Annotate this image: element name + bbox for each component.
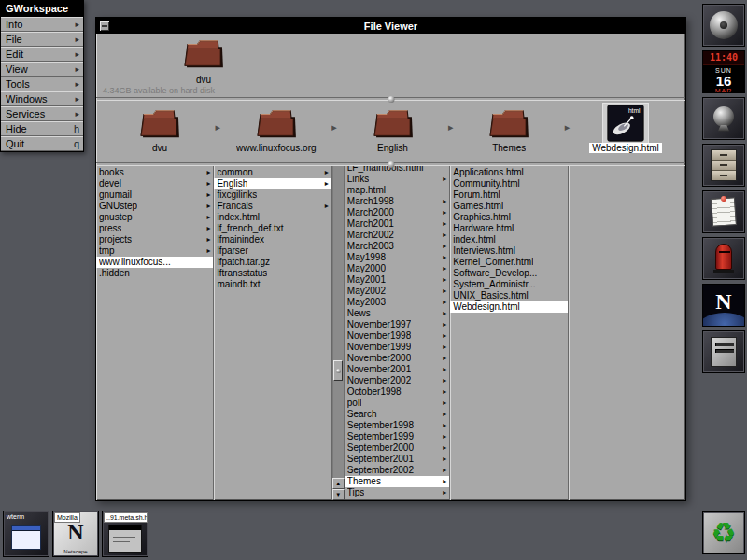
list-item[interactable]: lftransstatus bbox=[214, 268, 331, 279]
list-item[interactable]: March1998▸ bbox=[345, 196, 449, 207]
dock-tile-notepad[interactable] bbox=[702, 190, 745, 233]
list-item[interactable]: projects▸ bbox=[96, 234, 213, 245]
list-item[interactable]: maindb.txt bbox=[214, 279, 331, 290]
divider-dimple-icon[interactable] bbox=[388, 161, 394, 168]
dock-tile-mail-postbox[interactable] bbox=[702, 237, 745, 280]
list-item[interactable]: Search▸ bbox=[345, 409, 449, 420]
list-item[interactable]: March2001▸ bbox=[345, 218, 449, 230]
scrollbar-knob[interactable] bbox=[333, 360, 343, 381]
list-item[interactable]: September2002▸ bbox=[345, 465, 449, 476]
column-scrollbar[interactable]: ▲▼ bbox=[332, 166, 345, 500]
scroll-down-button[interactable]: ▼ bbox=[332, 489, 345, 500]
menu-item-view[interactable]: View▸ bbox=[1, 62, 83, 77]
dock-tile-file-cabinet[interactable] bbox=[702, 144, 745, 187]
dock-tile-clock[interactable]: 11:40SUN16MAR bbox=[702, 50, 745, 93]
list-item[interactable]: March2002▸ bbox=[345, 230, 449, 241]
list-item[interactable]: October1998▸ bbox=[345, 386, 449, 398]
list-item[interactable]: books▸ bbox=[96, 167, 213, 178]
dock-tile-satellite-dish[interactable] bbox=[702, 97, 745, 140]
list-item[interactable]: Links▸ bbox=[345, 174, 449, 185]
list-item[interactable]: GNUstep▸ bbox=[96, 201, 213, 212]
list-item[interactable]: LF_maintools.html bbox=[345, 166, 449, 174]
list-item[interactable]: www.linuxfocus... bbox=[96, 257, 213, 268]
list-item[interactable]: index.html bbox=[450, 234, 567, 245]
root-folder[interactable]: dvu bbox=[178, 35, 229, 85]
menu-title[interactable]: GWorkspace bbox=[1, 1, 83, 17]
miniwindow-mozilla[interactable]: MozillaNNetscape bbox=[52, 511, 99, 557]
list-item[interactable]: lfpatch.tar.gz bbox=[214, 257, 331, 268]
shelf-item-themes[interactable]: Themes bbox=[462, 104, 556, 153]
list-item[interactable]: press▸ bbox=[96, 223, 213, 234]
menu-item-quit[interactable]: Quitq bbox=[1, 136, 83, 151]
list-item[interactable]: .hidden bbox=[96, 268, 213, 279]
list-item[interactable]: November1998▸ bbox=[345, 330, 449, 342]
list-item[interactable]: Themes▸ bbox=[345, 476, 449, 487]
miniaturize-button[interactable] bbox=[99, 21, 110, 32]
list-item[interactable]: September1998▸ bbox=[345, 420, 449, 431]
list-item[interactable]: November2002▸ bbox=[345, 375, 449, 386]
list-item[interactable]: devel▸ bbox=[96, 178, 213, 189]
list-item[interactable]: index.html bbox=[214, 212, 331, 223]
list-item[interactable]: March2003▸ bbox=[345, 241, 449, 252]
list-item[interactable]: May2001▸ bbox=[345, 274, 449, 286]
list-item[interactable]: System_Administr... bbox=[450, 279, 567, 290]
list-item[interactable]: lfmainindex bbox=[214, 234, 331, 245]
list-item[interactable]: Forum.html bbox=[450, 189, 567, 201]
list-item[interactable]: Interviews.html bbox=[450, 245, 567, 257]
list-item[interactable]: March2000▸ bbox=[345, 207, 449, 218]
dock-tile-recycler[interactable]: ♻ bbox=[702, 511, 745, 554]
list-item[interactable]: gnustep▸ bbox=[96, 212, 213, 223]
list-item[interactable]: November2000▸ bbox=[345, 353, 449, 364]
menu-item-windows[interactable]: Windows▸ bbox=[1, 91, 83, 106]
list-item[interactable]: May2003▸ bbox=[345, 297, 449, 308]
menu-item-services[interactable]: Services▸ bbox=[1, 106, 83, 121]
list-item[interactable]: Hardware.html bbox=[450, 223, 567, 234]
list-item[interactable]: News▸ bbox=[345, 308, 449, 319]
list-item[interactable]: September2000▸ bbox=[345, 442, 449, 454]
list-item[interactable]: common▸ bbox=[214, 167, 331, 178]
list-item[interactable]: fixcgilinks bbox=[214, 189, 331, 201]
list-item[interactable]: tmp▸ bbox=[96, 245, 213, 257]
list-item[interactable]: Graphics.html bbox=[450, 212, 567, 223]
list-item[interactable]: Francais▸ bbox=[214, 201, 331, 212]
list-item[interactable]: May2000▸ bbox=[345, 263, 449, 274]
divider-dimple-icon[interactable] bbox=[388, 96, 394, 103]
menu-item-info[interactable]: Info▸ bbox=[1, 17, 83, 32]
miniwindow-wterm[interactable]: wterm bbox=[3, 511, 49, 557]
menu-item-tools[interactable]: Tools▸ bbox=[1, 77, 83, 91]
list-item[interactable]: poll▸ bbox=[345, 398, 449, 409]
menu-item-hide[interactable]: Hideh bbox=[1, 121, 83, 136]
shelf-item-dvu[interactable]: dvu bbox=[113, 104, 206, 153]
list-item[interactable]: September1999▸ bbox=[345, 431, 449, 442]
list-item[interactable]: lfparser bbox=[214, 245, 331, 257]
list-item[interactable]: May1998▸ bbox=[345, 252, 449, 263]
list-item[interactable]: UNIX_Basics.html bbox=[450, 290, 567, 301]
dock-tile-netscape[interactable]: N bbox=[702, 284, 745, 327]
list-item[interactable]: Applications.html bbox=[450, 167, 567, 178]
list-item[interactable]: Community.html bbox=[450, 178, 567, 189]
list-item[interactable]: May2002▸ bbox=[345, 286, 449, 297]
shelf-item-webdesign-html[interactable]: htmlWebdesign.html bbox=[579, 104, 672, 153]
list-item[interactable]: November1999▸ bbox=[345, 342, 449, 353]
list-item[interactable]: English▸ bbox=[214, 178, 331, 189]
shelf-item-www-linuxfocus-org[interactable]: www.linuxfocus.org bbox=[230, 104, 323, 153]
list-item[interactable]: Games.html bbox=[450, 201, 567, 212]
menu-item-edit[interactable]: Edit▸ bbox=[1, 47, 83, 62]
window-titlebar[interactable]: File Viewer bbox=[96, 18, 685, 34]
list-item[interactable]: map.html bbox=[345, 185, 449, 196]
list-item[interactable]: Kernel_Corner.html bbox=[450, 257, 567, 268]
list-item[interactable]: September2001▸ bbox=[345, 454, 449, 465]
menu-item-file[interactable]: File▸ bbox=[1, 32, 83, 47]
shelf-item-english[interactable]: English bbox=[346, 104, 440, 153]
list-item[interactable]: lf_french_def.txt bbox=[214, 223, 331, 234]
list-item[interactable]: Software_Develop... bbox=[450, 268, 567, 279]
list-item[interactable]: November1997▸ bbox=[345, 319, 449, 330]
list-item[interactable]: Tips▸ bbox=[345, 487, 449, 498]
dock-tile-server-box[interactable] bbox=[702, 330, 745, 373]
miniwindow-91-meta-sh-html[interactable]: ..91.meta.sh.html bbox=[102, 511, 148, 557]
scroll-up-button[interactable]: ▲ bbox=[332, 478, 345, 489]
list-item[interactable]: Webdesign.html bbox=[450, 301, 567, 313]
list-item[interactable]: gnumail▸ bbox=[96, 189, 213, 201]
dock-tile-gworkspace-disc[interactable] bbox=[702, 4, 745, 47]
list-item[interactable]: November2001▸ bbox=[345, 364, 449, 375]
